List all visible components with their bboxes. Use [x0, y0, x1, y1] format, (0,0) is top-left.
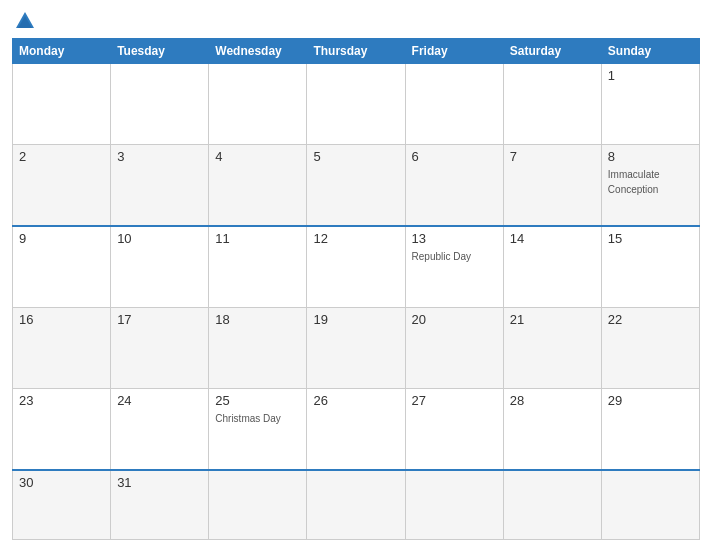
day-number: 24	[117, 393, 202, 408]
day-cell	[503, 470, 601, 540]
day-cell: 28	[503, 389, 601, 470]
week-row-4: 16171819202122	[13, 307, 700, 388]
day-number: 9	[19, 231, 104, 246]
day-number: 23	[19, 393, 104, 408]
day-number: 25	[215, 393, 300, 408]
day-number: 22	[608, 312, 693, 327]
day-cell: 6	[405, 145, 503, 226]
day-cell	[307, 64, 405, 145]
day-cell: 15	[601, 226, 699, 307]
day-cell	[13, 64, 111, 145]
day-number: 16	[19, 312, 104, 327]
week-row-6: 3031	[13, 470, 700, 540]
day-number: 13	[412, 231, 497, 246]
holiday-label: Immaculate Conception	[608, 169, 660, 195]
week-row-5: 232425Christmas Day26272829	[13, 389, 700, 470]
day-cell	[405, 64, 503, 145]
logo	[12, 10, 36, 32]
weekday-header-row: MondayTuesdayWednesdayThursdayFridaySatu…	[13, 39, 700, 64]
day-number: 4	[215, 149, 300, 164]
day-number: 19	[313, 312, 398, 327]
day-number: 8	[608, 149, 693, 164]
day-number: 10	[117, 231, 202, 246]
day-number: 7	[510, 149, 595, 164]
day-cell: 8Immaculate Conception	[601, 145, 699, 226]
day-number: 6	[412, 149, 497, 164]
day-cell: 2	[13, 145, 111, 226]
day-cell: 26	[307, 389, 405, 470]
day-cell: 27	[405, 389, 503, 470]
day-cell: 30	[13, 470, 111, 540]
day-cell: 10	[111, 226, 209, 307]
day-cell: 29	[601, 389, 699, 470]
week-row-3: 910111213Republic Day1415	[13, 226, 700, 307]
day-number: 5	[313, 149, 398, 164]
calendar-table: MondayTuesdayWednesdayThursdayFridaySatu…	[12, 38, 700, 540]
day-cell: 18	[209, 307, 307, 388]
day-cell: 31	[111, 470, 209, 540]
day-cell: 7	[503, 145, 601, 226]
holiday-label: Christmas Day	[215, 413, 281, 424]
weekday-tuesday: Tuesday	[111, 39, 209, 64]
day-cell	[503, 64, 601, 145]
day-cell	[405, 470, 503, 540]
day-cell	[601, 470, 699, 540]
calendar-page: MondayTuesdayWednesdayThursdayFridaySatu…	[0, 0, 712, 550]
week-row-1: 1	[13, 64, 700, 145]
weekday-monday: Monday	[13, 39, 111, 64]
day-cell: 25Christmas Day	[209, 389, 307, 470]
day-cell: 9	[13, 226, 111, 307]
day-cell: 21	[503, 307, 601, 388]
day-cell: 14	[503, 226, 601, 307]
day-number: 29	[608, 393, 693, 408]
day-number: 11	[215, 231, 300, 246]
day-cell: 13Republic Day	[405, 226, 503, 307]
day-cell: 20	[405, 307, 503, 388]
day-number: 30	[19, 475, 104, 490]
day-number: 21	[510, 312, 595, 327]
day-cell: 23	[13, 389, 111, 470]
weekday-thursday: Thursday	[307, 39, 405, 64]
day-cell: 17	[111, 307, 209, 388]
weekday-friday: Friday	[405, 39, 503, 64]
day-cell: 5	[307, 145, 405, 226]
day-cell: 1	[601, 64, 699, 145]
day-number: 3	[117, 149, 202, 164]
day-cell: 11	[209, 226, 307, 307]
day-cell: 16	[13, 307, 111, 388]
day-number: 2	[19, 149, 104, 164]
logo-icon	[14, 10, 36, 32]
day-cell: 22	[601, 307, 699, 388]
day-number: 1	[608, 68, 693, 83]
header	[12, 10, 700, 32]
day-number: 12	[313, 231, 398, 246]
day-cell: 19	[307, 307, 405, 388]
day-cell: 4	[209, 145, 307, 226]
day-cell	[111, 64, 209, 145]
day-cell	[209, 470, 307, 540]
day-cell	[307, 470, 405, 540]
weekday-saturday: Saturday	[503, 39, 601, 64]
weekday-sunday: Sunday	[601, 39, 699, 64]
day-cell	[209, 64, 307, 145]
day-number: 17	[117, 312, 202, 327]
day-number: 27	[412, 393, 497, 408]
week-row-2: 2345678Immaculate Conception	[13, 145, 700, 226]
day-number: 20	[412, 312, 497, 327]
day-cell: 12	[307, 226, 405, 307]
day-number: 14	[510, 231, 595, 246]
holiday-label: Republic Day	[412, 251, 471, 262]
day-number: 15	[608, 231, 693, 246]
day-number: 26	[313, 393, 398, 408]
day-cell: 3	[111, 145, 209, 226]
day-cell: 24	[111, 389, 209, 470]
weekday-wednesday: Wednesday	[209, 39, 307, 64]
day-number: 28	[510, 393, 595, 408]
day-number: 31	[117, 475, 202, 490]
day-number: 18	[215, 312, 300, 327]
